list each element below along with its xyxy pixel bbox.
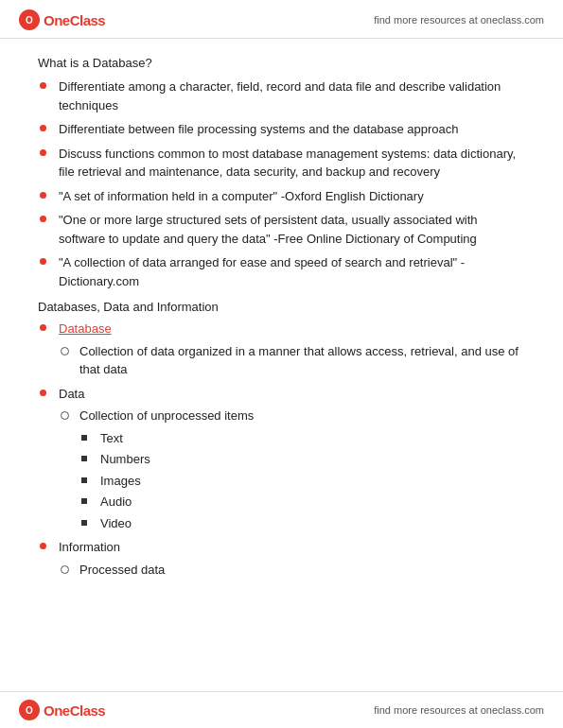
list-item: "A collection of data arranged for ease … [38, 253, 525, 290]
list-item: Audio [79, 493, 525, 511]
list-item: Collection of unprocessed items TextNumb… [59, 407, 525, 532]
footer: O OneClass find more resources at onecla… [0, 691, 563, 728]
header-tagline: find more resources at oneclass.com [374, 14, 544, 26]
logo: O OneClass [19, 9, 105, 30]
footer-logo-prefix: One [44, 702, 70, 719]
databases-list: Database Collection of data organized in… [38, 320, 525, 579]
footer-logo-text: OneClass [44, 702, 105, 719]
logo-letter: O [26, 15, 33, 26]
logo-text: OneClass [44, 12, 105, 28]
list-item-database: Database Collection of data organized in… [38, 320, 525, 379]
database-label: Database [59, 321, 112, 336]
information-label: Information [59, 540, 120, 554]
footer-logo-suffix: Class [70, 702, 106, 719]
footer-logo-letter: O [26, 705, 33, 716]
main-content: What is a Database? Differentiate among … [0, 39, 563, 645]
footer-logo: O OneClass [19, 700, 105, 720]
list-item: Discuss functions common to most databas… [38, 145, 525, 182]
info-sublist: Processed data [59, 561, 525, 580]
logo-prefix: One [44, 12, 70, 28]
list-item-information: Information Processed data [38, 538, 525, 579]
data-sublist: Collection of unprocessed items TextNumb… [59, 407, 525, 532]
data-items-list: TextNumbersImagesAudioVideo [79, 429, 525, 533]
database-sublist: Collection of data organized in a manner… [59, 342, 525, 379]
list-item-data: Data Collection of unprocessed items Tex… [38, 385, 525, 533]
footer-tagline: find more resources at oneclass.com [374, 704, 544, 716]
logo-suffix: Class [70, 12, 106, 28]
data-label: Data [59, 387, 84, 401]
main-bullet-list: Differentiate among a character, field, … [38, 78, 525, 290]
section1-title: What is a Database? [38, 56, 525, 70]
footer-logo-circle: O [19, 700, 40, 720]
section2-title: Databases, Data and Information [38, 300, 525, 314]
list-item: Differentiate among a character, field, … [38, 78, 525, 114]
list-item: "A set of information held in a computer… [38, 187, 525, 206]
list-item: "One or more large structured sets of pe… [38, 211, 525, 248]
list-item: Numbers [79, 450, 525, 469]
list-item: Images [79, 472, 525, 491]
list-item: Processed data [59, 561, 525, 580]
logo-circle: O [19, 9, 40, 30]
list-item: Collection of data organized in a manner… [59, 342, 525, 379]
list-item: Differentiate between file processing sy… [38, 120, 525, 139]
header: O OneClass find more resources at onecla… [0, 0, 563, 39]
list-item: Text [79, 429, 525, 448]
list-item: Video [79, 514, 525, 533]
